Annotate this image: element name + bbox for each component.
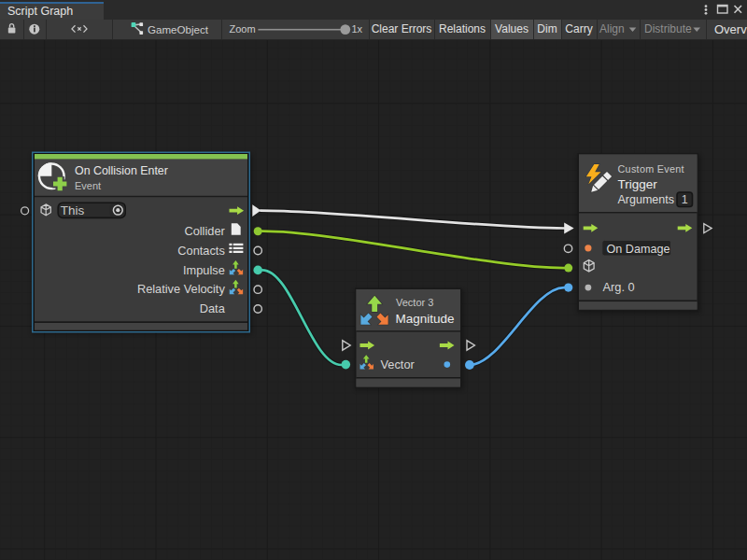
- svg-text:1: 1: [682, 193, 688, 206]
- svg-text:Vector 3: Vector 3: [396, 297, 433, 308]
- svg-text:Impulse: Impulse: [183, 263, 225, 277]
- svg-text:Trigger: Trigger: [618, 177, 658, 191]
- svg-text:Magnitude: Magnitude: [396, 312, 455, 326]
- svg-text:Arg. 0: Arg. 0: [603, 280, 635, 294]
- svg-text:Event: Event: [75, 180, 101, 191]
- svg-text:This: This: [61, 203, 85, 217]
- svg-text:Vector: Vector: [381, 357, 416, 371]
- svg-text:On Collision Enter: On Collision Enter: [75, 164, 168, 177]
- svg-text:Collider: Collider: [184, 224, 225, 238]
- svg-text:Relative Velocity: Relative Velocity: [137, 282, 225, 296]
- svg-text:Contacts: Contacts: [177, 244, 225, 258]
- svg-text:On Damage: On Damage: [607, 243, 670, 256]
- svg-text:Data: Data: [200, 301, 226, 315]
- svg-text:Custom Event: Custom Event: [618, 163, 684, 175]
- svg-text:Arguments: Arguments: [618, 193, 674, 206]
